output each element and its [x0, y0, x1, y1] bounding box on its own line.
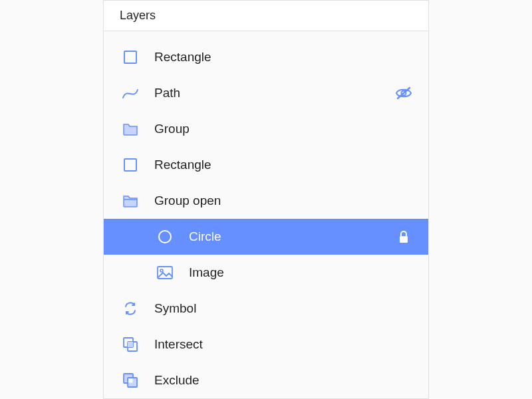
layer-label: Group: [154, 122, 412, 136]
layer-label: Rectangle: [154, 158, 412, 172]
layer-item-rectangle[interactable]: Rectangle: [104, 39, 428, 75]
lock-icon[interactable]: [395, 228, 412, 245]
svg-rect-7: [158, 267, 172, 279]
svg-point-8: [160, 269, 163, 272]
layer-label: Group open: [154, 194, 412, 208]
image-icon: [154, 262, 176, 283]
layer-item-group[interactable]: Group: [104, 111, 428, 147]
circle-icon: [154, 226, 176, 247]
layer-item-symbol[interactable]: Symbol: [104, 291, 428, 327]
layer-label: Image: [189, 265, 412, 280]
layers-panel: Layers Rectangle Path: [103, 0, 429, 399]
panel-title: Layers: [104, 0, 428, 31]
svg-rect-11: [128, 342, 133, 347]
layer-item-rectangle[interactable]: Rectangle: [104, 147, 428, 183]
path-icon: [120, 82, 141, 104]
sync-icon: [120, 298, 141, 319]
svg-rect-6: [400, 236, 408, 243]
layer-label: Circle: [189, 229, 395, 244]
layer-item-group-open[interactable]: Group open: [104, 183, 428, 219]
exclude-icon: [120, 370, 141, 391]
svg-point-5: [159, 231, 171, 243]
layer-label: Symbol: [154, 301, 412, 316]
layer-item-path[interactable]: Path: [104, 75, 428, 111]
folder-closed-icon: [120, 118, 141, 140]
layer-label: Path: [154, 86, 395, 100]
svg-rect-14: [128, 378, 133, 383]
layer-item-exclude[interactable]: Exclude: [104, 362, 428, 398]
layer-item-circle[interactable]: Circle: [104, 219, 428, 255]
svg-rect-0: [124, 51, 136, 63]
hidden-icon[interactable]: [395, 84, 412, 102]
rectangle-icon: [120, 154, 141, 176]
layer-label: Exclude: [154, 373, 412, 388]
layers-list: Rectangle Path Group: [104, 31, 428, 398]
svg-rect-3: [124, 159, 136, 171]
layer-label: Intersect: [154, 337, 412, 352]
rectangle-icon: [120, 47, 141, 68]
folder-open-icon: [120, 190, 141, 211]
layer-item-image[interactable]: Image: [104, 255, 428, 291]
intersect-icon: [120, 334, 141, 355]
layer-label: Rectangle: [154, 50, 412, 65]
layer-item-intersect[interactable]: Intersect: [104, 327, 428, 362]
